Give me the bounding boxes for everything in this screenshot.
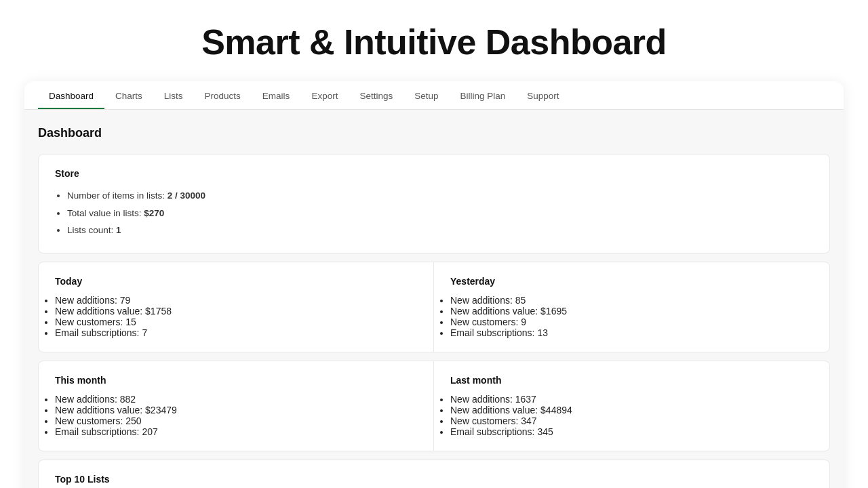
month-grid: This month New additions: 882 New additi… [38, 361, 830, 451]
this-month-new-additions: New additions: 882 [55, 394, 417, 405]
nav-item-charts[interactable]: Charts [104, 81, 153, 109]
main-heading: Smart & Intuitive Dashboard [0, 22, 868, 62]
yesterday-new-additions-value: New additions value: $1695 [450, 306, 813, 317]
last-month-new-additions: New additions: 1637 [450, 394, 813, 405]
this-month-new-customers: New customers: 250 [55, 415, 417, 426]
store-lists-count: Lists count: 1 [67, 222, 813, 239]
this-month-list: New additions: 882 New additions value: … [55, 394, 417, 437]
nav-item-products[interactable]: Products [194, 81, 252, 109]
nav-bar: Dashboard Charts Lists Products Emails E… [24, 81, 844, 110]
last-month-email-subscriptions: Email subscriptions: 345 [450, 426, 813, 437]
today-new-additions-value: New additions value: $1758 [55, 306, 417, 317]
store-card: Store Number of items in lists: 2 / 3000… [38, 154, 830, 253]
store-items-in-lists: Number of items in lists: 2 / 30000 [67, 187, 813, 205]
last-month-new-additions-value: New additions value: $44894 [450, 405, 813, 415]
top10-title: Top 10 Lists [55, 474, 813, 485]
yesterday-col: Yesterday New additions: 85 New addition… [434, 262, 829, 352]
last-month-new-customers: New customers: 347 [450, 415, 813, 426]
last-month-title: Last month [450, 375, 813, 386]
store-title: Store [55, 168, 813, 179]
nav-item-billing-plan[interactable]: Billing Plan [449, 81, 516, 109]
page-title: Dashboard [38, 126, 830, 140]
yesterday-new-customers: New customers: 9 [450, 317, 813, 327]
page-header: Smart & Intuitive Dashboard [0, 0, 868, 81]
today-email-subscriptions: Email subscriptions: 7 [55, 327, 417, 338]
nav-item-export[interactable]: Export [300, 81, 349, 109]
nav-item-settings[interactable]: Settings [349, 81, 403, 109]
store-total-value: Total value in lists: $270 [67, 205, 813, 222]
this-month-col: This month New additions: 882 New additi… [39, 361, 434, 451]
today-list: New additions: 79 New additions value: $… [55, 295, 417, 338]
this-month-new-additions-value: New additions value: $23479 [55, 405, 417, 415]
today-new-additions: New additions: 79 [55, 295, 417, 306]
last-month-list: New additions: 1637 New additions value:… [450, 394, 813, 437]
yesterday-title: Yesterday [450, 276, 813, 287]
nav-item-emails[interactable]: Emails [252, 81, 301, 109]
nav-item-support[interactable]: Support [516, 81, 570, 109]
today-title: Today [55, 276, 417, 287]
today-yesterday-grid: Today New additions: 79 New additions va… [38, 262, 830, 352]
app-container: Dashboard Charts Lists Products Emails E… [24, 81, 844, 488]
yesterday-list: New additions: 85 New additions value: $… [450, 295, 813, 338]
nav-item-setup[interactable]: Setup [403, 81, 449, 109]
content-area: Dashboard Store Number of items in lists… [24, 110, 844, 488]
today-col: Today New additions: 79 New additions va… [39, 262, 434, 352]
yesterday-new-additions: New additions: 85 [450, 295, 813, 306]
this-month-email-subscriptions: Email subscriptions: 207 [55, 426, 417, 437]
nav-item-dashboard[interactable]: Dashboard [38, 81, 104, 109]
last-month-col: Last month New additions: 1637 New addit… [434, 361, 829, 451]
top10-card: Top 10 Lists [38, 460, 830, 488]
yesterday-email-subscriptions: Email subscriptions: 13 [450, 327, 813, 338]
store-list: Number of items in lists: 2 / 30000 Tota… [55, 187, 813, 239]
today-new-customers: New customers: 15 [55, 317, 417, 327]
this-month-title: This month [55, 375, 417, 386]
nav-item-lists[interactable]: Lists [153, 81, 194, 109]
